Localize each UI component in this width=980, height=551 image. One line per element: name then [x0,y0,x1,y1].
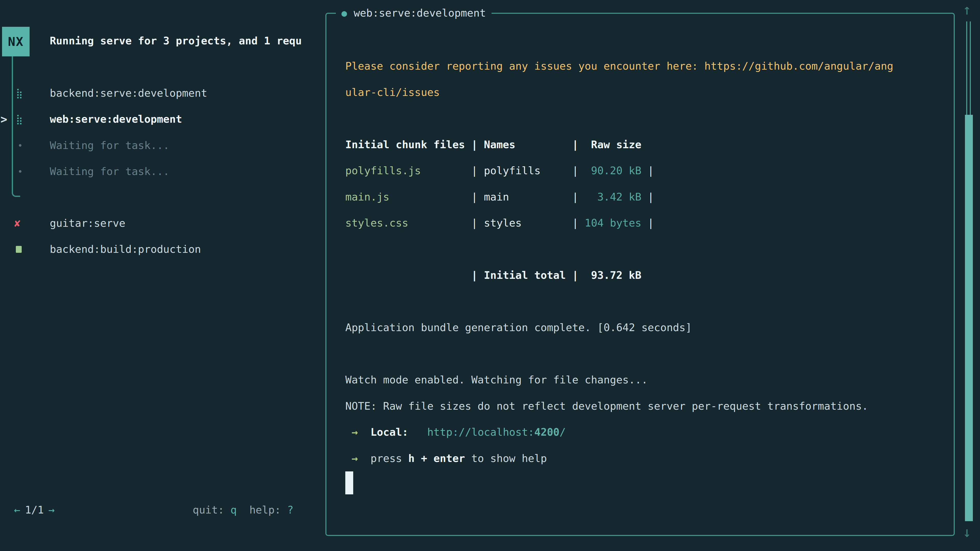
blank-line [345,105,894,132]
prompt-arrow-icon: → [345,452,371,465]
run-summary-title: Running serve for 3 projects, and 1 requ [50,28,302,54]
table-row-main: main.js | main | 3.42 kB | [345,184,894,210]
running-indicator-icon: ● [342,8,347,18]
prompt-arrow-icon: → [345,426,371,438]
pager-position: 1/1 [21,504,48,516]
quit-key: q [231,504,237,516]
scrollbar-track[interactable] [970,21,971,115]
nx-logo: NX [2,27,30,56]
blank-line [345,236,894,262]
task-row-backend-build[interactable]: backend:build:production [0,236,201,262]
task-label: backend:serve:development [50,87,207,99]
bundle-complete-line: Application bundle generation complete. … [345,314,894,341]
blank-line [345,289,894,315]
task-label: Waiting for task... [50,139,169,151]
help-hint-line: → press h + enter to show help [345,445,894,472]
help-keys: h + enter [408,452,465,465]
note-line: NOTE: Raw file sizes do not reflect deve… [345,393,894,419]
task-label-selected: web:serve:development [50,113,182,125]
task-label: Waiting for task... [50,165,169,178]
local-url-line: → Local: http://localhost:4200/ [345,419,894,445]
task-row-guitar-serve[interactable]: ✘ guitar:serve [0,210,125,236]
task-row-web-serve[interactable]: > ⣷ web:serve:development [0,106,182,132]
selected-caret-icon: > [0,113,7,126]
notice-line-2: ular-cli/issues [345,79,894,106]
terminal-output: Please consider reporting any issues you… [345,53,894,472]
success-square-icon [16,246,22,253]
local-label: Local: [371,426,408,438]
help-hint-label: help: [237,504,287,516]
panel-title-text: web:serve:development [354,7,486,19]
spinner-icon: ⣷ [16,87,23,99]
task-row-backend-serve[interactable]: ⣷ backend:serve:development [0,80,207,106]
waiting-dot-icon [19,144,21,147]
table-row-styles: styles.css | styles | 104 bytes | [345,210,894,236]
nx-tui-terminal: NX Running serve for 3 projects, and 1 r… [0,0,980,551]
scrollbar-thumb[interactable] [965,115,973,521]
spinner-icon: ⣷ [16,114,23,125]
task-row-waiting-1[interactable]: Waiting for task... [0,132,169,159]
task-label: backend:build:production [50,243,201,256]
notice-line-1: Please consider reporting any issues you… [345,53,894,79]
panel-title-bar: ● web:serve:development [336,3,492,23]
pager-next-arrow[interactable]: → [48,504,55,516]
waiting-dot-icon [19,170,21,173]
help-key: ? [287,504,293,516]
table-total-row: | Initial total | 93.72 kB [345,262,894,289]
quit-hint-label: quit: [192,504,231,516]
table-header-row: Initial chunk files | Names | Raw size [345,132,894,158]
blank-line [345,341,894,367]
localhost-url[interactable]: http://localhost:4200/ [427,426,566,438]
scroll-down-arrow-icon[interactable]: ↓ [963,525,971,539]
table-row-polyfills: polyfills.js | polyfills | 90.20 kB | [345,158,894,184]
task-label: guitar:serve [50,217,125,229]
run-summary-text: Running serve for 3 projects, and 1 requ [50,35,302,47]
pager-prev-arrow[interactable]: ← [14,504,21,516]
scrollbar-track[interactable] [966,21,967,115]
keyboard-hints: quit: q help: ? [192,497,293,523]
task-row-waiting-2[interactable]: Waiting for task... [0,159,169,184]
nx-logo-text: NX [8,35,24,49]
scroll-up-arrow-icon[interactable]: ↑ [963,3,971,17]
terminal-cursor [345,472,353,494]
pager: ← 1/1 → [14,497,55,523]
failed-x-icon: ✘ [14,218,21,229]
watch-mode-line: Watch mode enabled. Watching for file ch… [345,367,894,393]
